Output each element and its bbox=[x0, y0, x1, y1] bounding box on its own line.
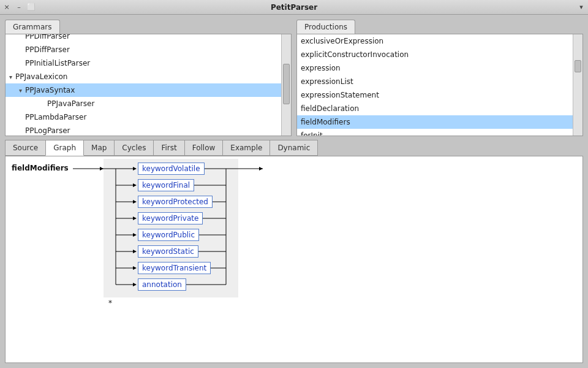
tab-dynamic[interactable]: Dynamic bbox=[270, 140, 318, 156]
detail-panel: SourceGraphMapCyclesFirstFollowExampleDy… bbox=[5, 140, 583, 363]
tree-item-label: PPJavaSyntax bbox=[25, 86, 75, 94]
productions-panel: Productions exclusiveOrExpressionexplici… bbox=[296, 20, 583, 136]
grammars-tree[interactable]: PPDiffParserPPDiffParserPPInitialListPar… bbox=[6, 34, 281, 136]
grammars-panel: Grammars PPDiffParserPPDiffParserPPIniti… bbox=[5, 20, 292, 136]
grammars-scrollbar[interactable] bbox=[281, 34, 291, 136]
content-area: Grammars PPDiffParserPPDiffParserPPIniti… bbox=[0, 15, 588, 368]
production-list-item[interactable]: fieldDeclaration bbox=[297, 102, 573, 115]
tree-item-label: PPDiffParser bbox=[25, 45, 70, 54]
svg-marker-9 bbox=[133, 167, 137, 171]
window-menu-icon[interactable]: ▾ bbox=[577, 3, 586, 12]
production-list-item[interactable]: forInit bbox=[297, 129, 573, 136]
grammar-tree-item[interactable]: ▾PPJavaLexicon bbox=[6, 70, 281, 83]
tab-cycles[interactable]: Cycles bbox=[114, 140, 154, 156]
graph-node[interactable]: keywordTransient bbox=[138, 262, 211, 274]
chevron-down-icon[interactable]: ▾ bbox=[19, 86, 25, 95]
chevron-down-icon[interactable]: ▾ bbox=[9, 72, 15, 82]
top-panels: Grammars PPDiffParserPPDiffParserPPIniti… bbox=[5, 20, 583, 136]
graph-node[interactable]: keywordPrivate bbox=[138, 212, 203, 224]
grammar-tree-item[interactable]: PPDiffParser bbox=[6, 43, 281, 56]
svg-marker-7 bbox=[259, 167, 263, 171]
grammar-tree-item[interactable]: PPLambdaParser bbox=[6, 110, 281, 124]
grammar-tree-item[interactable]: PPDiffParser bbox=[6, 34, 281, 43]
svg-marker-15 bbox=[133, 200, 137, 204]
maximize-icon[interactable]: ⬜ bbox=[27, 3, 36, 12]
production-list-item[interactable]: expressionList bbox=[297, 75, 573, 88]
svg-marker-1 bbox=[100, 167, 104, 171]
svg-marker-24 bbox=[133, 250, 137, 253]
production-list-item[interactable]: expression bbox=[297, 61, 573, 75]
tree-item-label: PPJavaLexicon bbox=[15, 72, 67, 81]
tab-first[interactable]: First bbox=[153, 140, 184, 156]
svg-marker-30 bbox=[133, 283, 137, 286]
grammar-tree-item[interactable]: PPLogParser bbox=[6, 124, 281, 136]
production-list-item[interactable]: expressionStatement bbox=[297, 88, 573, 102]
production-list-item[interactable]: exclusiveOrExpression bbox=[297, 34, 573, 48]
detail-tabs: SourceGraphMapCyclesFirstFollowExampleDy… bbox=[5, 140, 583, 156]
tab-follow[interactable]: Follow bbox=[184, 140, 224, 156]
tab-graph[interactable]: Graph bbox=[45, 140, 84, 156]
svg-marker-12 bbox=[133, 183, 137, 187]
svg-marker-21 bbox=[133, 233, 137, 237]
graph-node[interactable]: keywordFinal bbox=[138, 179, 194, 191]
graph-node[interactable]: keywordStatic bbox=[138, 245, 198, 258]
productions-tab[interactable]: Productions bbox=[296, 20, 355, 34]
tab-map[interactable]: Map bbox=[83, 140, 115, 156]
svg-marker-27 bbox=[133, 266, 137, 270]
graph-view[interactable]: fieldModifiers*keywordVolatilekeywordFin… bbox=[5, 156, 583, 363]
svg-marker-18 bbox=[133, 217, 137, 220]
tree-item-label: PPJavaParser bbox=[47, 99, 94, 108]
minimize-icon[interactable]: – bbox=[15, 3, 23, 12]
grammar-tree-item[interactable]: ▾PPJavaSyntax bbox=[6, 83, 281, 97]
scrollbar-thumb[interactable] bbox=[283, 64, 290, 104]
tab-example[interactable]: Example bbox=[222, 140, 270, 156]
graph-node[interactable]: keywordVolatile bbox=[138, 163, 205, 175]
tree-item-label: PPLambdaParser bbox=[25, 113, 86, 121]
graph-node[interactable]: keywordPublic bbox=[138, 229, 199, 241]
titlebar[interactable]: × – ⬜ PetitParser ▾ bbox=[0, 0, 588, 15]
tree-item-label: PPDiffParser bbox=[25, 34, 70, 40]
grammar-tree-item[interactable]: PPJavaParser bbox=[6, 97, 281, 110]
tree-item-label: PPInitialListParser bbox=[25, 59, 90, 67]
scrollbar-thumb[interactable] bbox=[575, 60, 581, 72]
production-list-item[interactable]: explicitConstructorInvocation bbox=[297, 48, 573, 61]
close-icon[interactable]: × bbox=[2, 3, 11, 12]
productions-list[interactable]: exclusiveOrExpressionexplicitConstructor… bbox=[297, 34, 573, 136]
production-list-item[interactable]: fieldModifiers bbox=[297, 115, 573, 129]
graph-node[interactable]: annotation bbox=[138, 278, 186, 291]
app-window: × – ⬜ PetitParser ▾ Grammars PPDiffParse… bbox=[0, 0, 588, 368]
productions-scrollbar[interactable] bbox=[573, 34, 582, 136]
tab-source[interactable]: Source bbox=[5, 140, 46, 156]
tree-item-label: PPLogParser bbox=[25, 126, 70, 135]
grammars-tab[interactable]: Grammars bbox=[5, 20, 60, 34]
graph-node[interactable]: keywordProtected bbox=[138, 196, 213, 208]
window-title: PetitParser bbox=[0, 3, 588, 12]
grammar-tree-item[interactable]: PPInitialListParser bbox=[6, 56, 281, 70]
